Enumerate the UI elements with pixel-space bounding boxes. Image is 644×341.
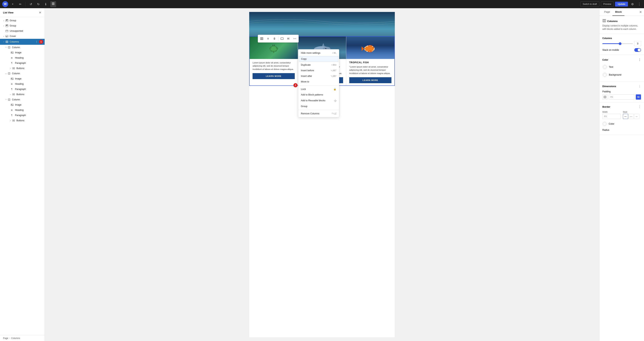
menu-label-lock: Lock [301, 88, 306, 90]
tree-item-col1-image[interactable]: Image [0, 50, 44, 55]
tree-item-col2[interactable]: › Column [0, 71, 44, 76]
menu-item-add-reusable[interactable]: Add to Reusable blocks ◇ [298, 98, 339, 103]
move-up-down-button[interactable] [272, 36, 278, 42]
menu-item-insert-after[interactable]: Insert after ⌥⌘Y [298, 73, 339, 79]
menu-item-insert-before[interactable]: Insert before ⌥⌘T [298, 68, 339, 73]
tree-label-col2-paragraph: Paragraph [15, 88, 43, 90]
svg-rect-32 [14, 94, 15, 95]
svg-point-54 [294, 38, 294, 39]
col1-learn-more-button[interactable]: LEARN MORE [252, 73, 295, 79]
tab-block[interactable]: Block [612, 8, 624, 16]
padding-link-button[interactable] [636, 94, 641, 100]
tree-item-group1[interactable]: › Group [0, 18, 44, 23]
columns-view-button[interactable] [259, 36, 265, 42]
close-panel-button[interactable]: ✕ [38, 10, 42, 15]
chevron-icon: › [2, 19, 5, 22]
tree-item-col3-buttons[interactable]: › Buttons [0, 118, 44, 123]
edit-button[interactable]: ✏ [17, 1, 23, 7]
menu-item-duplicate[interactable]: Duplicate ⇧⌘D [298, 62, 339, 68]
svg-rect-43 [262, 37, 263, 40]
border-solid-button[interactable]: — [623, 114, 628, 119]
tree-item-col1-buttons[interactable]: › Buttons [0, 66, 44, 71]
svg-rect-82 [604, 19, 605, 22]
menu-item-add-block-patterns[interactable]: Add to Block patterns [298, 92, 339, 98]
border-color-row[interactable]: Color [602, 120, 641, 127]
block-options-button[interactable]: ⋮ [35, 40, 38, 43]
border-width-input[interactable]: PX [602, 114, 621, 119]
tree-item-cover[interactable]: › T Cover [0, 33, 44, 39]
switch-to-draft-button[interactable]: Switch to draft [580, 1, 600, 7]
preview-button[interactable]: Preview [601, 1, 614, 7]
menu-item-hide-settings[interactable]: Hide more settings ⇧⌘, [298, 50, 339, 56]
info-button[interactable]: ℹ [43, 1, 49, 7]
tree-label-group2: Group [10, 24, 43, 27]
more-options-toolbar-button[interactable] [292, 36, 298, 42]
text-color-swatch[interactable] [602, 65, 607, 69]
tree-item-col1-paragraph[interactable]: ¶ Paragraph [0, 60, 44, 66]
menu-item-lock[interactable]: Lock 🔒 [298, 86, 339, 92]
gear-icon: ⚙ [631, 2, 634, 6]
block-toolbar [258, 35, 299, 42]
add-block-button[interactable]: + [10, 1, 16, 7]
text-color-row[interactable]: Text [602, 63, 641, 71]
background-color-row[interactable]: Background [602, 71, 641, 79]
col3-learn-more-button[interactable]: LEARN MORE [349, 77, 392, 83]
tree-item-col3-image[interactable]: Image [0, 102, 44, 107]
tree-item-col3-paragraph[interactable]: ¶ Paragraph [0, 113, 44, 118]
bg-color-swatch[interactable] [602, 72, 607, 77]
block-description: Display content in multiple columns, wit… [602, 24, 641, 31]
redo-button[interactable]: ↻ [35, 1, 41, 7]
column-icon [8, 72, 11, 75]
border-header: Border ⋮ [602, 105, 641, 109]
menu-item-remove-columns[interactable]: Remove Columns ^⌥Z [298, 111, 339, 116]
tree-item-col2-heading[interactable]: H Heading [0, 81, 44, 86]
menu-item-group[interactable]: Group [298, 103, 339, 109]
tree-item-col1[interactable]: › Column [0, 45, 44, 50]
border-color-swatch[interactable] [602, 122, 607, 126]
columns-value[interactable]: 3 [634, 41, 641, 46]
columns-slider-track[interactable] [602, 43, 633, 44]
tree-item-columns[interactable]: › Columns ⋮ 1 [0, 39, 44, 45]
columns-slider-thumb[interactable] [619, 42, 622, 45]
breadcrumb-page[interactable]: Page [3, 337, 8, 340]
close-right-panel-button[interactable]: ✕ [639, 10, 642, 14]
tab-page[interactable]: Page [602, 8, 612, 16]
list-view-button[interactable] [50, 1, 56, 7]
color-dots-button[interactable]: ⋮ [638, 58, 641, 61]
cover-icon: T [5, 34, 8, 38]
menu-label-add-block-patterns: Add to Block patterns [301, 93, 323, 96]
dimensions-dots-button[interactable]: ⋮ [638, 84, 641, 88]
tree-item-unsupported[interactable]: Unsupported [0, 28, 44, 33]
padding-input[interactable]: PX [609, 94, 635, 100]
menu-item-move-to[interactable]: Move to [298, 79, 339, 84]
columns-label: Columns [602, 37, 641, 39]
stack-mobile-toggle[interactable] [634, 48, 641, 52]
breadcrumb-columns[interactable]: Columns [11, 337, 20, 340]
border-dots-button[interactable]: ⋮ [638, 105, 641, 109]
border-dotted-button[interactable]: ··· [634, 114, 639, 119]
ocean-image [249, 12, 395, 36]
undo-button[interactable]: ↺ [28, 1, 34, 7]
tree-item-col3[interactable]: › Column [0, 97, 44, 102]
svg-rect-24 [14, 67, 15, 69]
settings-button[interactable]: ⚙ [630, 1, 636, 7]
columns-icon [5, 40, 8, 43]
update-button[interactable]: Update [615, 2, 628, 6]
more-options-button[interactable]: ⋮ [637, 1, 642, 7]
svg-point-45 [268, 38, 269, 38]
tree-item-col3-heading[interactable]: H Heading [0, 107, 44, 113]
menu-item-copy[interactable]: Copy [299, 56, 338, 62]
svg-point-49 [268, 39, 269, 39]
topbar-right: Switch to draft Preview Update ⚙ ⋮ [580, 1, 642, 7]
border-dashed-button[interactable]: - - [628, 114, 634, 119]
drag-button[interactable] [265, 36, 271, 42]
align-button[interactable] [279, 36, 285, 42]
svg-text:¶: ¶ [11, 114, 12, 117]
tree-item-col2-paragraph[interactable]: ¶ Paragraph [0, 86, 44, 92]
tree-item-col1-heading[interactable]: H Heading [0, 55, 44, 60]
tree-item-col2-image[interactable]: Image [0, 76, 44, 81]
text-align-button[interactable] [286, 36, 292, 42]
tree-item-col2-buttons[interactable]: › Buttons [0, 92, 44, 97]
tree-item-group2[interactable]: › Group [0, 23, 44, 28]
border-width-label: Width [602, 111, 621, 113]
